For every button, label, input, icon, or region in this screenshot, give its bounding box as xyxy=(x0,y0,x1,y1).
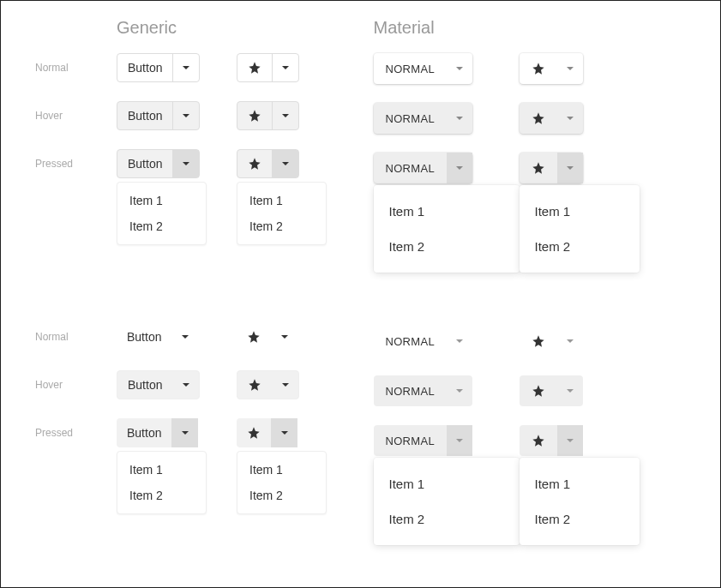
material-button-dropdown[interactable]: NORMAL xyxy=(374,53,472,84)
material-text-dropdown[interactable]: NORMAL xyxy=(374,326,472,357)
material-text-icon-dropdown[interactable] xyxy=(520,326,583,357)
dropdown-toggle[interactable] xyxy=(172,102,199,129)
dropdown-toggle[interactable] xyxy=(272,102,298,129)
state-label-normal: Normal xyxy=(35,322,117,343)
chevron-down-icon xyxy=(281,111,290,120)
star-icon xyxy=(532,111,545,125)
star-icon xyxy=(248,109,261,123)
menu-item[interactable]: Item 2 xyxy=(374,501,520,537)
dropdown-toggle[interactable] xyxy=(271,322,297,351)
dropdown-menu: Item 1 Item 2 xyxy=(520,185,640,273)
generic-button-dropdown[interactable]: Button xyxy=(117,53,200,82)
dropdown-toggle[interactable] xyxy=(271,418,297,447)
dropdown-toggle[interactable] xyxy=(272,54,298,81)
chevron-down-icon xyxy=(455,387,464,395)
button-label: NORMAL xyxy=(386,162,435,175)
dropdown-toggle[interactable] xyxy=(447,425,472,456)
menu-item[interactable]: Item 1 xyxy=(374,194,520,229)
generic-icon-dropdown[interactable] xyxy=(237,149,299,178)
button-label: NORMAL xyxy=(386,385,435,398)
chevron-down-icon xyxy=(455,337,464,345)
button-label: NORMAL xyxy=(386,63,435,75)
menu-item[interactable]: Item 2 xyxy=(117,213,206,239)
menu-item[interactable]: Item 1 xyxy=(520,466,640,501)
button-label: Button xyxy=(127,426,161,440)
chevron-down-icon xyxy=(566,114,574,123)
state-label-normal: Normal xyxy=(35,53,117,74)
menu-item[interactable]: Item 1 xyxy=(117,457,206,483)
dropdown-toggle[interactable] xyxy=(447,53,472,84)
chevron-down-icon xyxy=(455,64,464,73)
star-icon xyxy=(532,161,545,175)
menu-item[interactable]: Item 1 xyxy=(237,457,326,483)
material-button-dropdown[interactable]: NORMAL xyxy=(374,153,472,183)
dropdown-toggle[interactable] xyxy=(447,103,472,134)
menu-item[interactable]: Item 2 xyxy=(520,229,640,264)
chevron-down-icon xyxy=(281,63,290,72)
dropdown-toggle[interactable] xyxy=(272,150,298,177)
state-label-hover: Hover xyxy=(35,101,117,122)
star-icon xyxy=(248,157,261,171)
menu-item[interactable]: Item 1 xyxy=(374,466,520,501)
dropdown-toggle[interactable] xyxy=(272,371,298,399)
generic-icon-dropdown[interactable] xyxy=(237,53,299,82)
material-text-dropdown[interactable]: NORMAL xyxy=(374,375,472,406)
generic-text-icon-dropdown[interactable] xyxy=(237,370,299,399)
star-icon xyxy=(532,384,545,398)
menu-item[interactable]: Item 1 xyxy=(117,188,206,213)
chevron-down-icon xyxy=(280,429,289,437)
chevron-down-icon xyxy=(281,381,290,389)
chevron-down-icon xyxy=(455,114,464,123)
dropdown-toggle[interactable] xyxy=(557,375,583,406)
dropdown-toggle[interactable] xyxy=(447,326,472,357)
dropdown-menu: Item 1 Item 2 xyxy=(237,182,327,245)
dropdown-toggle[interactable] xyxy=(557,326,583,357)
material-button-dropdown[interactable]: NORMAL xyxy=(374,103,472,134)
generic-text-icon-dropdown[interactable] xyxy=(237,322,297,351)
dropdown-toggle[interactable] xyxy=(171,322,198,351)
menu-item[interactable]: Item 2 xyxy=(520,501,640,537)
menu-item[interactable]: Item 2 xyxy=(237,483,326,508)
material-text-icon-dropdown[interactable] xyxy=(520,375,583,406)
generic-button-dropdown[interactable]: Button xyxy=(117,101,200,130)
chevron-down-icon xyxy=(566,64,574,73)
dropdown-toggle[interactable] xyxy=(447,375,472,406)
generic-text-icon-dropdown[interactable] xyxy=(237,418,297,447)
chevron-down-icon xyxy=(181,333,189,341)
dropdown-toggle[interactable] xyxy=(172,371,199,399)
dropdown-toggle[interactable] xyxy=(172,150,199,177)
star-icon xyxy=(247,330,261,344)
button-label: NORMAL xyxy=(386,335,435,348)
material-column: Material NORMAL NORMAL xyxy=(374,9,687,564)
chevron-down-icon xyxy=(566,164,574,172)
dropdown-toggle[interactable] xyxy=(557,53,583,84)
generic-button-dropdown[interactable]: Button xyxy=(117,149,200,178)
dropdown-toggle[interactable] xyxy=(557,153,583,183)
menu-item[interactable]: Item 2 xyxy=(237,213,326,239)
dropdown-toggle[interactable] xyxy=(557,103,583,134)
chevron-down-icon xyxy=(281,159,290,168)
dropdown-toggle[interactable] xyxy=(557,425,583,456)
star-icon xyxy=(532,62,545,75)
generic-text-dropdown[interactable]: Button xyxy=(117,418,198,447)
material-text-icon-dropdown[interactable] xyxy=(520,425,583,456)
star-icon xyxy=(247,426,261,440)
material-icon-dropdown[interactable] xyxy=(520,53,583,84)
generic-icon-dropdown[interactable] xyxy=(237,101,299,130)
demo-frame: Generic Normal Button Hover xyxy=(0,0,721,588)
material-text-dropdown[interactable]: NORMAL xyxy=(374,425,472,456)
generic-text-dropdown[interactable]: Button xyxy=(117,322,198,351)
menu-item[interactable]: Item 2 xyxy=(117,483,206,508)
menu-item[interactable]: Item 2 xyxy=(374,229,520,264)
dropdown-toggle[interactable] xyxy=(171,418,198,447)
menu-item[interactable]: Item 1 xyxy=(520,194,640,229)
dropdown-toggle[interactable] xyxy=(172,54,199,81)
material-icon-dropdown[interactable] xyxy=(520,153,583,183)
menu-item[interactable]: Item 1 xyxy=(237,188,326,213)
material-icon-dropdown[interactable] xyxy=(520,103,583,134)
dropdown-toggle[interactable] xyxy=(447,153,472,183)
chevron-down-icon xyxy=(182,111,190,120)
chevron-down-icon xyxy=(566,387,574,395)
button-label: Button xyxy=(128,109,162,123)
generic-text-dropdown[interactable]: Button xyxy=(117,370,200,399)
